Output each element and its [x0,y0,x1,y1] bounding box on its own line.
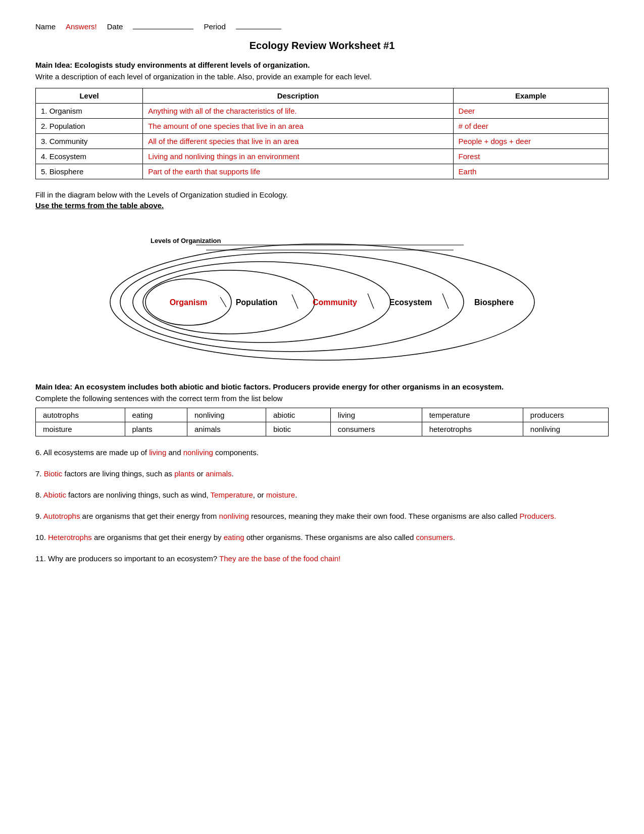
levels-diagram: Organism Population Community Ecosystem … [95,219,550,370]
sentence-part: components. [213,448,259,457]
svg-text:Population: Population [235,298,277,307]
sentence-part: consumers [416,533,453,542]
sentence-number: 10. [35,533,48,542]
sentence: 10. Heterotrophs are organisms that get … [35,531,609,544]
level-cell: 2. Population [36,119,143,134]
sentence-number: 11. [35,554,48,563]
svg-text:Community: Community [313,298,357,307]
word-bank-cell: living [330,408,422,422]
sentence-part: They are the base of the food chain! [219,554,340,563]
name-label: Name [35,22,56,31]
sentence-part: . [232,469,234,478]
name-value: Answers! [66,22,97,31]
sentence-part: Producers. [520,512,557,520]
description-cell: Anything with all of the characteristics… [143,104,453,119]
word-bank-cell: moisture [36,422,125,436]
period-label: Period [204,22,225,31]
word-bank-cell: animals [187,422,266,436]
table-row: 1. OrganismAnything with all of the char… [36,104,609,119]
org-table: Level Description Example 1. OrganismAny… [35,88,609,179]
word-bank-cell: temperature [422,408,523,422]
description-cell: Part of the earth that supports life [143,164,453,179]
sentence-part: Autotrophs [43,512,80,520]
level-cell: 1. Organism [36,104,143,119]
example-cell: Forest [453,149,608,164]
sentence-part: eating [224,533,244,542]
svg-text:Ecosystem: Ecosystem [389,298,432,307]
sentence-number: 6. [35,448,43,457]
sentence-part: are organisms that get their energy from [80,512,219,520]
sentence: 11. Why are producers so important to an… [35,553,609,565]
word-bank-cell: autotrophs [36,408,125,422]
example-cell: # of deer [453,119,608,134]
sentence-part: other organisms. These organisms are als… [244,533,416,542]
word-bank-cell: heterotrophs [422,422,523,436]
sentence-part: or [194,469,206,478]
sentences-container: 6. All ecosystems are made up of living … [35,447,609,565]
sentence-number: 8. [35,490,43,499]
description-cell: All of the different species that live i… [143,134,453,149]
svg-text:Biosphere: Biosphere [474,298,513,307]
table-row: 2. PopulationThe amount of one species t… [36,119,609,134]
sentence: 9. Autotrophs are organisms that get the… [35,510,609,522]
col-level: Level [36,88,143,104]
level-cell: 3. Community [36,134,143,149]
sentence: 7. Biotic factors are living things, suc… [35,468,609,480]
sentence-part: Abiotic [43,490,66,499]
diagram-instruction-bold: Use the terms from the table above. [35,201,609,210]
svg-line-15 [368,293,374,309]
svg-line-14 [292,295,298,309]
table-row: 3. CommunityAll of the different species… [36,134,609,149]
period-field[interactable] [236,20,281,29]
table-row: 5. BiospherePart of the earth that suppo… [36,164,609,179]
example-cell: People + dogs + deer [453,134,608,149]
word-bank-row: moistureplantsanimalsbioticconsumershete… [36,422,609,436]
section1-instruction: Write a description of each level of org… [35,72,609,81]
section2-main-idea: Main Idea: An ecosystem includes both ab… [35,382,609,391]
table-row: 4. EcosystemLiving and nonliving things … [36,149,609,164]
sentence-number: 9. [35,512,43,520]
svg-text:Levels of Organization: Levels of Organization [151,237,221,244]
example-cell: Deer [453,104,608,119]
word-bank-cell: abiotic [266,408,330,422]
sentence-part: plants [174,469,194,478]
sentence-number: 7. [35,469,44,478]
sentence-part: Heterotrophs [48,533,92,542]
date-label: Date [107,22,123,31]
sentence-part: factors are nonliving things, such as wi… [66,490,211,499]
svg-line-13 [220,297,226,307]
diagram-instruction: Fill in the diagram below with the Level… [35,190,609,199]
level-cell: 4. Ecosystem [36,149,143,164]
sentence-part: , or [253,490,266,499]
sentence-part: are organisms that get their energy by [92,533,224,542]
sentence-part: Why are producers so important to an eco… [48,554,219,563]
word-bank-cell: nonliving [187,408,266,422]
date-field[interactable] [133,20,193,29]
sentence-part: living [149,448,166,457]
diagram-section: Fill in the diagram below with the Level… [35,190,609,370]
sentence-part: Temperature [211,490,253,499]
sentence-part: . [295,490,297,499]
sentence: 6. All ecosystems are made up of living … [35,447,609,459]
svg-line-16 [442,293,449,309]
section1: Main Idea: Ecologists study environments… [35,61,609,179]
example-cell: Earth [453,164,608,179]
word-bank-cell: consumers [330,422,422,436]
level-cell: 5. Biosphere [36,164,143,179]
complete-text: Complete the following sentences with th… [35,394,609,403]
sentence-part: Biotic [44,469,63,478]
section1-main-idea: Main Idea: Ecologists study environments… [35,61,609,69]
word-bank-cell: nonliving [523,422,608,436]
col-description: Description [143,88,453,104]
word-bank-row: autotrophseatingnonlivingabioticlivingte… [36,408,609,422]
word-bank-table: autotrophseatingnonlivingabioticlivingte… [35,408,609,436]
sentence-part: factors are living things, such as [62,469,174,478]
word-bank-cell: eating [125,408,187,422]
col-example: Example [453,88,608,104]
svg-text:Organism: Organism [169,298,207,307]
sentence-part: nonliving [183,448,213,457]
word-bank-cell: producers [523,408,608,422]
sentence-part: moisture [266,490,295,499]
page-title: Ecology Review Worksheet #1 [35,40,609,52]
sentence-part: animals [206,469,232,478]
